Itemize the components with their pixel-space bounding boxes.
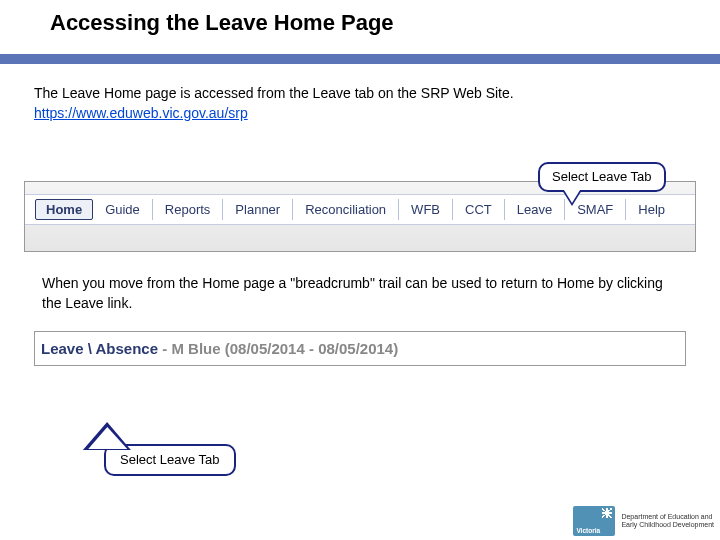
tab-cct[interactable]: CCT bbox=[453, 199, 505, 220]
intro-block: The Leave Home page is accessed from the… bbox=[34, 84, 686, 123]
breadcrumb-dates: (08/05/2014 - 08/05/2014) bbox=[225, 340, 398, 357]
tab-guide[interactable]: Guide bbox=[93, 199, 153, 220]
victoria-logo-icon: Victoria bbox=[573, 506, 615, 536]
callout-bottom-text: Select Leave Tab bbox=[120, 452, 220, 467]
dept-line2: Early Childhood Development bbox=[621, 521, 714, 529]
breadcrumb: Leave \ Absence - M Blue (08/05/2014 - 0… bbox=[34, 331, 686, 366]
nav-strip: Home Guide Reports Planner Reconciliatio… bbox=[25, 194, 695, 225]
breadcrumb-leave-link[interactable]: Leave bbox=[41, 340, 84, 357]
breadcrumb-separator: \ bbox=[88, 340, 92, 357]
intro-text: The Leave Home page is accessed from the… bbox=[34, 85, 514, 101]
dept-line1: Department of Education and bbox=[621, 513, 714, 521]
tab-reconciliation[interactable]: Reconciliation bbox=[293, 199, 399, 220]
breadcrumb-explainer: When you move from the Home page a "brea… bbox=[42, 274, 678, 313]
callout-top-text: Select Leave Tab bbox=[552, 169, 652, 184]
breadcrumb-dash: - bbox=[162, 340, 167, 357]
callout-pointer-down-icon bbox=[562, 190, 582, 206]
callout-pointer-up-icon bbox=[83, 422, 141, 450]
page-title: Accessing the Leave Home Page bbox=[0, 0, 720, 36]
nav-bar-screenshot: Home Guide Reports Planner Reconciliatio… bbox=[24, 181, 696, 252]
victoria-logo-text: Victoria bbox=[576, 528, 600, 535]
tab-planner[interactable]: Planner bbox=[223, 199, 293, 220]
footer-branding: Victoria Department of Education and Ear… bbox=[573, 506, 714, 536]
department-name: Department of Education and Early Childh… bbox=[621, 513, 714, 528]
accent-bar bbox=[0, 54, 720, 64]
callout-select-leave-top: Select Leave Tab bbox=[538, 162, 666, 192]
breadcrumb-person: M Blue bbox=[171, 340, 220, 357]
tab-reports[interactable]: Reports bbox=[153, 199, 224, 220]
tab-wfb[interactable]: WFB bbox=[399, 199, 453, 220]
tab-leave[interactable]: Leave bbox=[505, 199, 565, 220]
tab-help[interactable]: Help bbox=[626, 199, 677, 220]
srp-link[interactable]: https://www.eduweb.vic.gov.au/srp bbox=[34, 105, 248, 121]
callout-select-leave-bottom: Select Leave Tab bbox=[104, 444, 236, 476]
breadcrumb-absence: Absence bbox=[96, 340, 159, 357]
tab-home[interactable]: Home bbox=[35, 199, 93, 220]
